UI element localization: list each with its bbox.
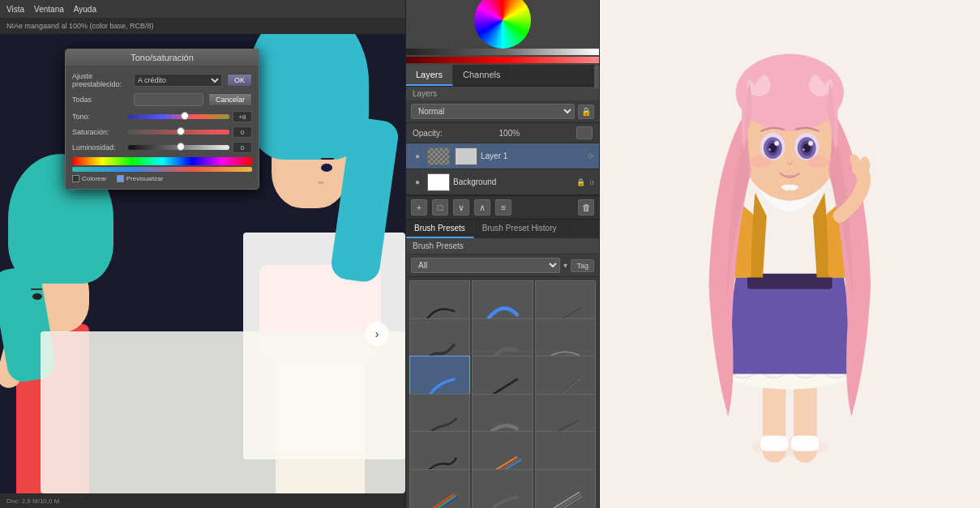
group-layer-btn[interactable]: □ — [432, 199, 448, 216]
svg-point-34 — [808, 141, 813, 146]
lum-label: Luminosidad: — [72, 143, 125, 152]
svg-line-7 — [430, 497, 458, 508]
tab-layers[interactable]: Layers — [406, 65, 453, 86]
background-name: Background — [453, 177, 573, 186]
dropdown-icon: ▾ — [563, 261, 567, 270]
value-bar — [406, 49, 599, 55]
preset-label: Ajuste preestablecido: — [72, 72, 129, 88]
brush-filter-row: All ▾ Tag — [406, 254, 599, 277]
svg-point-35 — [802, 148, 805, 151]
opacity-row: Opacity: 100% — [406, 123, 599, 143]
anime-girl-svg — [636, 15, 944, 493]
delete-layer-btn[interactable]: 🗑 — [578, 199, 594, 216]
left-panel: Vista Ventana Ayuda NIAe mangaand al 100… — [0, 0, 405, 508]
brush-tabs: Brush Presets Brush Preset History — [406, 220, 599, 238]
svg-point-37 — [807, 156, 829, 168]
layer1-thumbnail — [427, 147, 450, 165]
layer-item-layer1[interactable]: ● Layer 1 ⟳ — [406, 143, 599, 169]
layers-tabs: Layers Channels — [406, 65, 599, 87]
tag-button[interactable]: Tag — [571, 259, 594, 272]
opacity-value: 100% — [447, 129, 571, 138]
right-panel — [600, 0, 980, 508]
dialog-title: Tono/saturación — [66, 49, 259, 66]
cancel-button[interactable]: Cancelar — [208, 93, 252, 106]
menu-ayuda[interactable]: Ayuda — [74, 5, 96, 14]
document-title: NIAe mangaand al 100% (color base, RCB/8… — [6, 22, 154, 30]
svg-rect-14 — [760, 435, 788, 450]
lum-value: 0 — [233, 142, 252, 153]
hue-bar — [406, 57, 599, 63]
color-wheel[interactable] — [474, 0, 531, 49]
merge-up-btn[interactable]: ∧ — [474, 199, 490, 216]
brush-presets-label: Brush Presets — [406, 238, 599, 254]
tab-brush-preset-history[interactable]: Brush Preset History — [474, 220, 566, 238]
ps-titlebar: NIAe mangaand al 100% (color base, RCB/8… — [0, 18, 405, 34]
color-wheel-area — [406, 0, 599, 65]
menu-vista[interactable]: Vista — [6, 5, 24, 14]
ps-hue-saturation-dialog[interactable]: Tono/saturación Ajuste preestablecido: A… — [65, 49, 259, 190]
tono-value: +8 — [233, 111, 252, 122]
tab-channels[interactable]: Channels — [453, 65, 511, 86]
scroll-indicator — [594, 65, 599, 89]
svg-point-29 — [768, 148, 771, 151]
brush-item-17[interactable] — [535, 469, 596, 509]
layer1-options: ⟳ — [588, 152, 594, 160]
layer1-mask-thumbnail — [455, 147, 477, 165]
hue-rainbow — [72, 157, 252, 165]
sat-value: 0 — [233, 126, 252, 138]
brush-filter-select[interactable]: All — [411, 258, 560, 273]
background-alpha: α — [590, 178, 594, 186]
menu-ventana[interactable]: Ventana — [34, 5, 64, 14]
layer-item-background[interactable]: ● Background 🔒 α — [406, 169, 599, 195]
colorear-label: Colorear — [82, 175, 107, 182]
middle-panel: Layers Channels Layers Normal 🔒 Opacity:… — [405, 0, 600, 508]
layers-sublabel: Layers — [406, 87, 599, 100]
layer1-name: Layer 1 — [481, 152, 584, 160]
fill-btn[interactable] — [576, 126, 593, 139]
svg-point-28 — [774, 141, 779, 146]
brush-item-16[interactable] — [472, 469, 533, 509]
previsualizar-checkbox[interactable] — [117, 175, 124, 182]
svg-line-8 — [551, 492, 580, 508]
layers-toolbar: + □ ∨ ∧ ≡ 🗑 — [406, 195, 599, 220]
new-layer-btn[interactable]: + — [411, 199, 427, 216]
opacity-label: Opacity: — [413, 129, 443, 138]
preset-select[interactable]: A crédito — [134, 74, 222, 87]
colorear-checkbox[interactable] — [72, 175, 79, 182]
merge-down-btn[interactable]: ∨ — [453, 199, 469, 216]
layer-props-btn[interactable]: ≡ — [495, 199, 511, 216]
blend-mode-select[interactable]: Normal — [411, 104, 575, 119]
brush-presets-section: Brush Presets Brush Preset History Brush… — [406, 220, 599, 508]
brush-item-15[interactable] — [409, 469, 470, 509]
anime-girl-illustration — [600, 0, 980, 508]
all-label: Todas — [72, 96, 129, 104]
brush-grid — [406, 277, 599, 508]
svg-point-36 — [751, 156, 772, 168]
canvas-nav-arrow[interactable]: › — [365, 322, 389, 346]
previsualizar-label: Previsualizar — [126, 175, 164, 182]
blend-mode-row: Normal 🔒 — [406, 100, 599, 123]
ps-menubar: Vista Ventana Ayuda — [0, 0, 405, 18]
sat-label: Saturación: — [72, 128, 125, 136]
tono-label: Tono: — [72, 113, 125, 121]
lock-icon-btn[interactable]: 🔒 — [578, 105, 594, 119]
color-bars — [406, 49, 599, 65]
status-text: Doc: 2,9 M/10,0 M — [6, 497, 59, 505]
background-visibility[interactable]: ● — [411, 176, 424, 189]
svg-rect-15 — [791, 435, 819, 450]
ps-status-bar: Doc: 2,9 M/10,0 M — [0, 493, 405, 508]
tab-brush-presets[interactable]: Brush Presets — [406, 220, 474, 238]
ok-button[interactable]: OK — [227, 74, 252, 87]
background-thumbnail — [427, 173, 450, 191]
background-lock-icon: 🔒 — [576, 178, 585, 186]
layer1-visibility[interactable]: ● — [411, 150, 424, 163]
